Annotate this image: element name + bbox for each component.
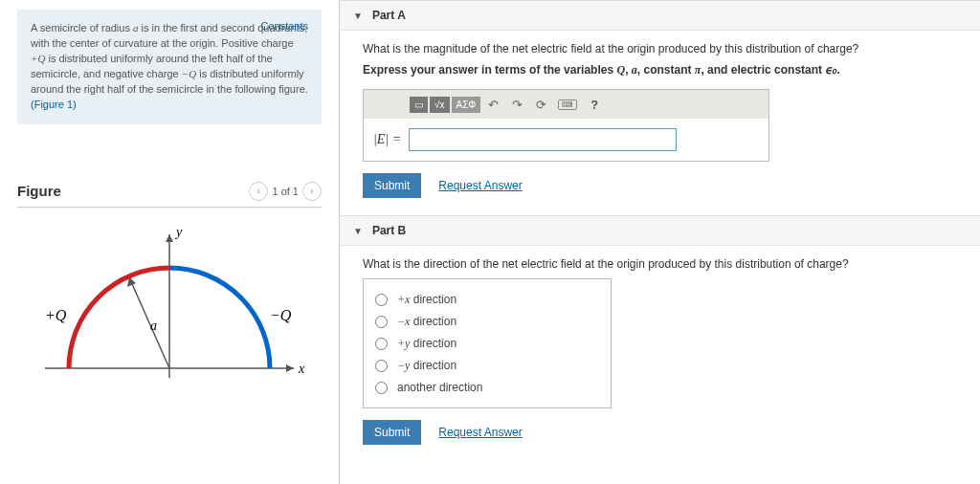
part-b-question: What is the direction of the net electri…: [363, 257, 957, 271]
keyboard-icon[interactable]: ⌨: [558, 99, 577, 110]
equation-toolbar: ▭ √x ΑΣΦ ↶ ↷ ⟳ ⌨ ?: [364, 90, 768, 119]
part-a-question: What is the magnitude of the net electri…: [363, 42, 957, 55]
submit-button-a[interactable]: Submit: [363, 173, 421, 198]
templates-tool[interactable]: ▭: [410, 97, 428, 113]
redo-icon[interactable]: ↷: [506, 98, 528, 112]
part-b-title: Part B: [372, 224, 406, 237]
figure-prev-button[interactable]: ‹: [249, 182, 268, 201]
divider: [17, 207, 322, 208]
undo-icon[interactable]: ↶: [482, 98, 504, 112]
figure-title: Figure: [17, 183, 61, 199]
request-answer-link-b[interactable]: Request Answer: [438, 426, 522, 439]
svg-text:−Q: −Q: [270, 307, 292, 323]
svg-marker-1: [286, 364, 294, 372]
part-a-header[interactable]: ▼ Part A: [340, 1, 980, 31]
svg-text:+Q: +Q: [45, 307, 67, 323]
request-answer-link-a[interactable]: Request Answer: [438, 179, 522, 192]
svg-marker-4: [166, 234, 173, 242]
option-plus-x[interactable]: +x direction: [375, 289, 599, 311]
svg-text:a: a: [150, 319, 157, 333]
option-minus-y[interactable]: −y direction: [375, 355, 599, 377]
reset-icon[interactable]: ⟳: [530, 98, 552, 112]
constants-link[interactable]: Constants: [260, 19, 308, 34]
part-b-header[interactable]: ▼ Part B: [340, 216, 980, 246]
answer-box: ▭ √x ΑΣΦ ↶ ↷ ⟳ ⌨ ? |E| =: [363, 89, 769, 162]
option-minus-x[interactable]: −x direction: [375, 311, 599, 333]
figure-next-button[interactable]: ›: [302, 182, 322, 201]
svg-text:x: x: [298, 362, 305, 376]
caret-down-icon: ▼: [353, 11, 363, 21]
svg-text:y: y: [174, 225, 183, 239]
sqrt-tool[interactable]: √x: [430, 97, 450, 113]
figure-ref-link[interactable]: (Figure 1): [31, 99, 77, 110]
part-a-title: Part A: [372, 9, 406, 22]
problem-text: A semicircle of radius a is in the first…: [31, 22, 308, 110]
semicircle-diagram: x y a +Q −Q: [26, 215, 313, 397]
help-icon[interactable]: ?: [583, 98, 606, 112]
answer-input[interactable]: [409, 128, 677, 151]
option-plus-y[interactable]: +y direction: [375, 333, 599, 355]
answer-label: |E| =: [373, 132, 401, 147]
figure-page-indicator: 1 of 1: [272, 186, 299, 197]
part-a-instruction: Express your answer in terms of the vari…: [363, 63, 957, 77]
submit-button-b[interactable]: Submit: [363, 420, 421, 445]
option-another[interactable]: another direction: [375, 377, 599, 398]
caret-down-icon: ▼: [353, 226, 363, 236]
problem-statement: Constants A semicircle of radius a is in…: [17, 10, 322, 124]
svg-line-6: [129, 277, 169, 368]
symbols-tool[interactable]: ΑΣΦ: [452, 97, 481, 113]
options-box: +x direction −x direction +y direction −…: [363, 278, 612, 408]
